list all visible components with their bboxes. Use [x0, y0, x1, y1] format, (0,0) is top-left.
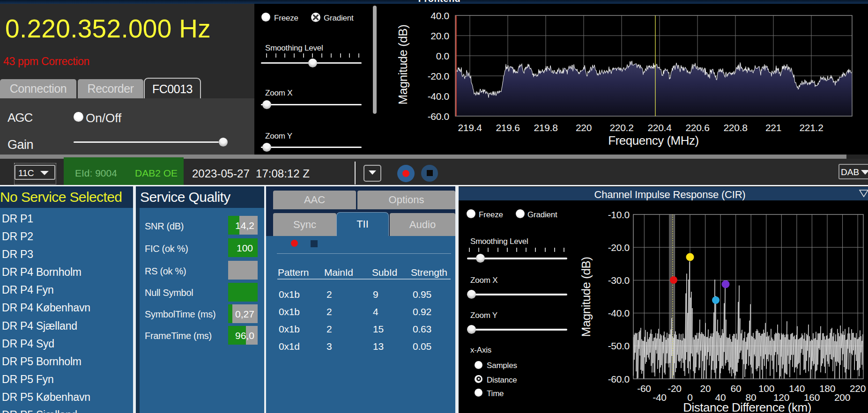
- svg-text:-40.0: -40.0: [608, 308, 630, 318]
- svg-text:Distance Difference (km): Distance Difference (km): [683, 400, 811, 413]
- svg-text:219.4: 219.4: [458, 122, 482, 133]
- svg-text:Magnitude (dB): Magnitude (dB): [396, 25, 410, 105]
- svg-text:-30.0: -30.0: [608, 275, 630, 286]
- svg-text:219.8: 219.8: [534, 122, 557, 133]
- svg-text:100: 100: [758, 383, 774, 394]
- svg-text:220: 220: [576, 122, 592, 133]
- svg-text:-20.0: -20.0: [608, 242, 630, 253]
- svg-text:Magnitude (dB): Magnitude (dB): [579, 257, 593, 337]
- svg-text:60: 60: [731, 383, 742, 394]
- svg-text:-60.0: -60.0: [428, 111, 449, 122]
- svg-text:40.0: 40.0: [430, 10, 449, 21]
- svg-text:200: 200: [834, 392, 850, 403]
- svg-text:20: 20: [700, 383, 711, 394]
- svg-text:-20.0: -20.0: [428, 71, 449, 81]
- svg-text:Frequency (MHz): Frequency (MHz): [608, 133, 698, 148]
- svg-text:221: 221: [765, 122, 781, 133]
- svg-text:140: 140: [789, 383, 805, 394]
- svg-text:221.2: 221.2: [799, 122, 823, 133]
- svg-text:0.0: 0.0: [436, 51, 449, 61]
- svg-text:220.2: 220.2: [609, 122, 633, 133]
- svg-text:20.0: 20.0: [430, 30, 449, 41]
- svg-text:219.6: 219.6: [496, 122, 519, 133]
- svg-text:-60.0: -60.0: [608, 374, 630, 384]
- svg-text:220: 220: [850, 383, 866, 394]
- svg-text:-20: -20: [668, 383, 681, 394]
- svg-text:220.4: 220.4: [647, 122, 672, 133]
- svg-text:-50.0: -50.0: [608, 340, 630, 351]
- svg-text:-10.0: -10.0: [608, 209, 630, 220]
- svg-text:-40: -40: [653, 392, 666, 403]
- svg-text:-60: -60: [637, 383, 651, 394]
- svg-text:-40.0: -40.0: [428, 91, 449, 102]
- svg-text:220.6: 220.6: [685, 122, 709, 133]
- svg-text:180: 180: [819, 383, 835, 394]
- svg-text:220.8: 220.8: [723, 122, 747, 133]
